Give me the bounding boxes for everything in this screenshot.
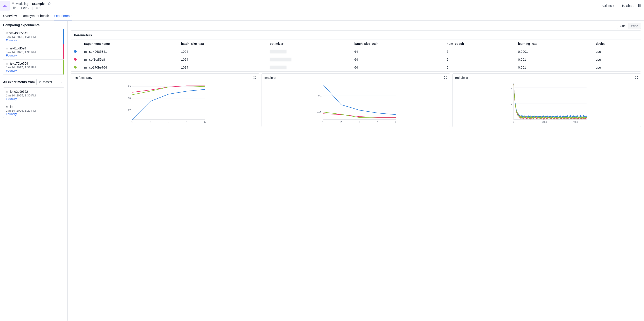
svg-marker-2 <box>48 2 51 5</box>
chart-title: test/loss <box>264 76 276 80</box>
experiment-source-link[interactable]: Foundry <box>6 54 62 57</box>
svg-point-12 <box>638 6 639 6</box>
tab-experiments[interactable]: Experiments <box>54 11 72 21</box>
breadcrumb-section[interactable]: Modeling <box>16 2 28 6</box>
table-row: mnist-49685341 1024 xxxxxxxxx'> 64 5 0.0… <box>71 48 641 56</box>
actions-menu[interactable]: Actions▾ <box>602 4 614 8</box>
comparing-experiment-card[interactable]: mnist-170be764 Jan 14, 2025, 1:33 PM Fou… <box>3 60 64 75</box>
all-experiments-label: All experiments from <box>3 80 35 84</box>
svg-point-11 <box>638 5 639 5</box>
cell-learning-rate: 0.001 <box>515 56 593 64</box>
experiment-name: mnist <box>6 105 62 109</box>
comparing-experiment-card[interactable]: mnist-f1cdf5e8 Jan 14, 2025, 1:38 PM Fou… <box>3 44 64 60</box>
cell-batch-size-train: 64 <box>351 48 444 56</box>
svg-text:4: 4 <box>377 121 378 123</box>
column-header: learning_rate <box>515 40 593 48</box>
series-color-dot <box>74 50 77 53</box>
cell-device: cpu <box>592 56 641 64</box>
experiment-date: Jan 14, 2025, 1:33 PM <box>6 66 62 69</box>
column-header: device <box>592 40 641 48</box>
tab-overview[interactable]: Overview <box>3 11 17 21</box>
branch-icon <box>38 80 42 84</box>
chart-title: test/accuracy <box>74 76 92 80</box>
chart-plot[interactable]: 0.050.112345 <box>264 81 447 125</box>
cell-experiment-name: mnist-f1cdf5e8 <box>81 56 178 64</box>
star-icon[interactable] <box>48 2 51 6</box>
grid-view-button[interactable]: Grid <box>617 23 628 29</box>
svg-point-16 <box>40 81 41 82</box>
presence-indicator[interactable]: 1 <box>35 6 41 10</box>
experiment-source-link[interactable]: Foundry <box>6 69 62 72</box>
svg-text:97: 97 <box>128 109 131 112</box>
svg-text:5: 5 <box>204 121 206 123</box>
parameters-title: Parameters <box>71 31 641 40</box>
column-header: optimizer <box>267 40 351 48</box>
app-logo[interactable] <box>0 1 10 11</box>
comparing-title: Comparing experiments <box>3 23 64 27</box>
table-row: mnist-170be764 1024 xxxxxxxxx'> 64 5 0.0… <box>71 64 641 71</box>
experiment-source-link[interactable]: Foundry <box>6 97 62 100</box>
svg-rect-0 <box>12 3 14 5</box>
svg-text:98: 98 <box>128 97 131 100</box>
share-button[interactable]: Share <box>622 4 634 8</box>
breadcrumb-current[interactable]: Example <box>32 2 45 6</box>
list-icon[interactable] <box>638 4 642 8</box>
svg-rect-4 <box>37 7 37 9</box>
experiment-date: Jan 14, 2025, 1:27 PM <box>6 109 62 112</box>
expand-icon[interactable] <box>635 76 638 80</box>
experiment-date: Jan 14, 2025, 1:38 PM <box>6 51 62 54</box>
experiment-name: mnist-170be764 <box>6 62 62 65</box>
experiment-date: Jan 14, 2025, 1:41 PM <box>6 35 62 39</box>
cell-optimizer: xxxxxxxxx'> <box>267 64 351 71</box>
svg-text:4: 4 <box>186 121 187 123</box>
column-header: Experiment name <box>81 40 178 48</box>
chart-plot[interactable]: 97989912345 <box>74 81 256 125</box>
wide-view-button[interactable]: Wide <box>628 23 641 29</box>
svg-text:1: 1 <box>511 102 512 105</box>
svg-point-13 <box>638 6 639 7</box>
cell-optimizer: xxxxxxxxxxxx'> <box>267 56 351 64</box>
experiment-source-link[interactable]: Foundry <box>6 39 62 42</box>
svg-point-14 <box>39 81 40 82</box>
svg-text:2: 2 <box>150 121 151 123</box>
column-header: batch_size_train <box>351 40 444 48</box>
experiment-card[interactable]: mnist-e2e99562 Jan 14, 2025, 1:30 PM Fou… <box>3 88 64 103</box>
comparing-experiment-card[interactable]: mnist-49685341 Jan 14, 2025, 1:41 PM Fou… <box>3 29 64 44</box>
table-row: mnist-f1cdf5e8 1024 xxxxxxxxxxxx'> 64 5 … <box>71 56 641 64</box>
column-header: num_epoch <box>444 40 515 48</box>
cell-num-epoch: 5 <box>444 56 515 64</box>
parameters-table: Experiment namebatch_size_testoptimizerb… <box>71 40 641 71</box>
experiment-date: Jan 14, 2025, 1:30 PM <box>6 94 62 97</box>
experiment-card[interactable]: mnist Jan 14, 2025, 1:27 PM Foundry <box>3 103 64 118</box>
svg-text:0.1: 0.1 <box>318 94 322 97</box>
svg-text:0.05: 0.05 <box>317 110 322 113</box>
svg-point-15 <box>39 82 40 83</box>
chart-plot[interactable]: 12020004000 <box>455 81 638 125</box>
breadcrumb: Modeling › Example <box>12 2 51 6</box>
cell-learning-rate: 0.001 <box>515 64 593 71</box>
cell-batch-size-train: 64 <box>351 56 444 64</box>
cell-device: cpu <box>592 48 641 56</box>
svg-text:4000: 4000 <box>573 121 578 123</box>
chart-card: test/loss 0.050.112345 <box>262 73 450 127</box>
file-menu[interactable]: File▾ <box>12 6 18 10</box>
experiment-source-link[interactable]: Foundry <box>6 112 62 116</box>
help-menu[interactable]: Help▾ <box>21 6 30 10</box>
svg-text:5: 5 <box>395 121 396 123</box>
svg-rect-3 <box>36 8 36 9</box>
cell-batch-size-test: 1024 <box>178 48 267 56</box>
expand-icon[interactable] <box>253 76 256 80</box>
people-icon <box>622 4 625 8</box>
svg-text:2000: 2000 <box>542 121 548 123</box>
experiment-name: mnist-e2e99562 <box>6 90 62 93</box>
cell-experiment-name: mnist-170be764 <box>81 64 178 71</box>
tab-deployment-health[interactable]: Deployment health <box>22 11 49 21</box>
svg-point-6 <box>622 5 623 6</box>
svg-text:0: 0 <box>513 121 514 123</box>
branch-select[interactable]: master ▾ <box>36 79 64 85</box>
svg-text:1: 1 <box>322 121 324 123</box>
svg-text:3: 3 <box>358 121 360 123</box>
svg-rect-5 <box>38 8 38 9</box>
expand-icon[interactable] <box>444 76 447 80</box>
cell-batch-size-train: 64 <box>351 64 444 71</box>
